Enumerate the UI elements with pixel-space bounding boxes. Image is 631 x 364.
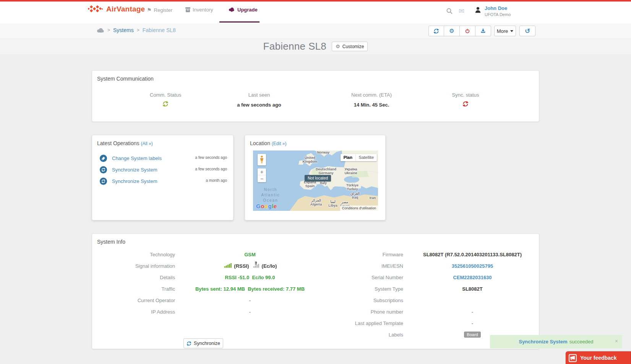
operation-link[interactable]: Synchronize System: [112, 167, 157, 173]
user-menu[interactable]: John Doe UFOTA Demo: [475, 5, 511, 17]
more-button-label: More: [497, 28, 508, 34]
map-plan-button[interactable]: Plan: [341, 154, 355, 161]
brand-logo[interactable]: AirVantage: [88, 5, 145, 14]
feedback-button[interactable]: Your feedback: [566, 351, 631, 364]
comm-status-ok-icon: [123, 101, 208, 108]
info-row-traffic: Traffic Bytes sent: 12.94 MB Bytes recei…: [97, 283, 319, 294]
imei-link[interactable]: 352561050025795: [452, 263, 493, 269]
operation-status: a few seconds ago: [174, 165, 227, 172]
info-row-details: Details RSSI -51.0 Ec/Io 99.0: [97, 272, 319, 283]
ecio-caption: (Ec/Io): [262, 263, 277, 269]
operation-status: a few seconds ago: [174, 154, 227, 160]
nav-upgrade[interactable]: Upgrade: [229, 7, 258, 13]
close-icon[interactable]: ×: [615, 338, 618, 344]
system-communication-panel: System Communication Comm. Status Last s…: [92, 70, 539, 122]
info-row-template: Last applied Template -: [321, 317, 535, 329]
synchronize-button[interactable]: Synchronize: [183, 338, 223, 348]
inventory-icon: [185, 7, 190, 12]
map-terms-link[interactable]: Conditions d'utilisation: [340, 205, 378, 211]
breadcrumb-bar: [0, 23, 631, 38]
sync-icon: [187, 341, 191, 346]
panel-title: Latest Operations (All »): [97, 140, 153, 146]
system-info-panel: System Info Technology GSM Signal inform…: [92, 233, 539, 349]
zoom-out-button[interactable]: −: [258, 175, 266, 182]
sync-status-label: Sync. status: [423, 92, 508, 98]
sync-status-column: Sync. status: [423, 92, 508, 108]
pegman-icon: [260, 155, 264, 164]
system-type-value: SL8082T: [409, 286, 535, 292]
map-zoom-control: + −: [258, 168, 266, 182]
toast-operation-link[interactable]: Synchronize System: [519, 339, 567, 345]
feedback-button-label: Your feedback: [580, 355, 616, 361]
user-name: John Doe: [485, 5, 511, 11]
info-row-technology: Technology GSM: [97, 249, 319, 260]
zoom-in-button[interactable]: +: [258, 168, 266, 175]
subscriptions-label: Subscriptions: [321, 298, 409, 303]
google-logo[interactable]: Google: [256, 203, 277, 209]
active-tab-underline: [219, 21, 260, 23]
chevron-down-icon: [510, 30, 513, 32]
info-row-system-type: System Type SL8082T: [321, 283, 535, 294]
edit-location-link[interactable]: (Edit »): [272, 141, 287, 146]
more-button[interactable]: More: [494, 26, 516, 36]
gear-icon: ⚙: [449, 28, 454, 34]
user-org: UFOTA Demo: [485, 12, 511, 17]
page-title-row: Fabienne SL8 ⚙ Customize: [0, 40, 631, 52]
toast-status-text: succeeded: [569, 339, 594, 345]
operation-time: a few seconds ago: [195, 155, 227, 160]
comm-status-label: Comm. Status: [123, 92, 208, 98]
undo-icon-button[interactable]: ↺: [519, 26, 535, 36]
success-toast: Synchronize System succeeded ×: [490, 335, 622, 348]
operator-label: Current Operator: [97, 298, 181, 303]
info-row-imei: IMEI/ESN 352561050025795: [321, 260, 535, 272]
breadcrumb-systems-link[interactable]: Systems: [113, 27, 134, 33]
phone-label: Phone number: [321, 309, 409, 315]
info-row-firmware: Firmware SL8082T (R7.52.0.201403201133.S…: [321, 249, 535, 260]
operation-link[interactable]: Synchronize System: [112, 178, 157, 184]
pegman-control[interactable]: [258, 154, 266, 165]
info-row-subscriptions: Subscriptions: [321, 294, 535, 306]
question-mark: ?: [255, 261, 257, 265]
flag-icon: ⚑: [147, 7, 152, 13]
sync-status-pending-icon: [423, 101, 508, 108]
imei-label: IMEI/ESN: [321, 263, 409, 269]
map-canvas[interactable]: Norway United Kingdom Deutschland German…: [253, 150, 378, 211]
traffic-label: Traffic: [97, 286, 181, 292]
next-comm-label: Next comm. (ETA): [329, 92, 414, 98]
install-app-button[interactable]: [475, 26, 491, 36]
breadcrumb-separator: >: [137, 28, 140, 33]
last-seen-value: a few seconds ago: [217, 102, 301, 108]
mail-icon[interactable]: ✉: [459, 7, 464, 15]
details-value: RSSI -51.0 Ec/Io 99.0: [181, 275, 319, 280]
google-letter: e: [274, 203, 277, 209]
sync-icon: [100, 178, 107, 185]
details-label: Details: [97, 275, 181, 280]
ecio-bars-icon: ?: [253, 264, 259, 268]
google-letter: o: [264, 203, 268, 209]
synchronize-button-label: Synchronize: [194, 341, 220, 346]
operation-row: Synchronize System a few seconds ago: [99, 165, 227, 175]
signal-label: Signal information: [97, 263, 181, 269]
customize-button-label: Customize: [342, 44, 364, 49]
location-panel: Location (Edit ») Norway United Kingdom: [245, 135, 386, 220]
reboot-button[interactable]: [460, 26, 475, 36]
phone-value: -: [409, 309, 535, 315]
latest-operations-panel: Latest Operations (All ») Change System …: [92, 135, 234, 220]
operation-time: a month ago: [206, 178, 227, 183]
ip-value: -: [181, 309, 319, 315]
all-operations-link[interactable]: (All »): [141, 141, 152, 146]
home-cloud-icon[interactable]: [97, 28, 104, 33]
nav-register[interactable]: ⚑ Register: [147, 7, 172, 13]
nav-inventory[interactable]: Inventory: [185, 7, 213, 13]
google-letter: o: [261, 203, 264, 209]
operation-link[interactable]: Change System labels: [112, 155, 162, 161]
not-located-tooltip: Not located: [305, 175, 331, 181]
map-satellite-button[interactable]: Satellite: [355, 154, 377, 161]
customize-button[interactable]: ⚙ Customize: [332, 42, 368, 51]
google-letter: G: [256, 203, 261, 209]
serial-number-link[interactable]: CEM2282031630: [453, 275, 491, 280]
sync-system-button[interactable]: [428, 26, 444, 36]
configure-button[interactable]: ⚙: [444, 26, 460, 36]
technology-value: GSM: [181, 252, 319, 257]
search-icon[interactable]: [446, 8, 453, 15]
